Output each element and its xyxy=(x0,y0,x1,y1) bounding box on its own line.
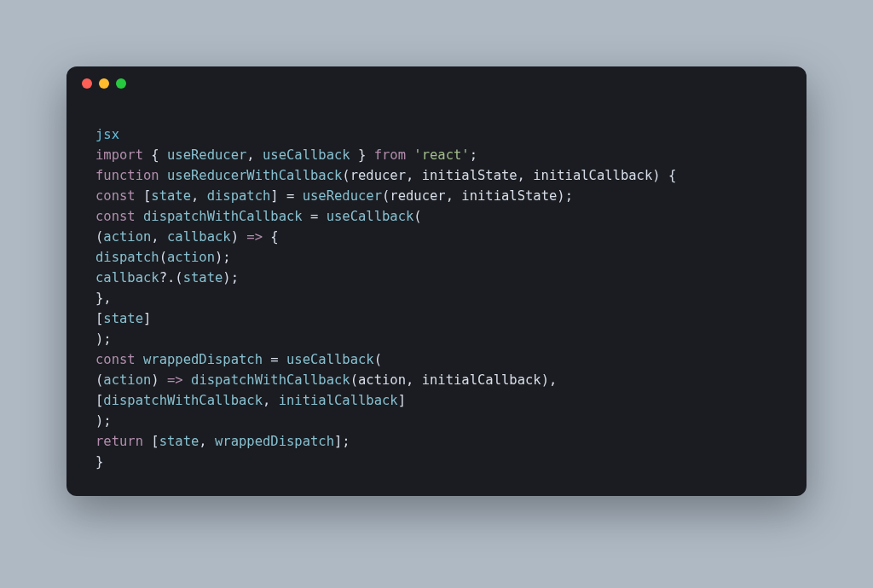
code-token xyxy=(183,372,191,388)
code-token: dispatchWithCallback xyxy=(103,393,263,408)
code-line: [state] xyxy=(95,308,778,329)
code-token: ; xyxy=(470,147,477,163)
code-token: ?. xyxy=(159,270,176,285)
code-token: ]; xyxy=(334,434,350,449)
code-line: callback?.(state); xyxy=(95,268,778,288)
code-line: return [state, wrappedDispatch]; xyxy=(95,431,778,452)
code-line: dispatch(action); xyxy=(95,247,778,268)
code-line: import { useReducer, useCallback } from … xyxy=(95,145,778,165)
code-token: , xyxy=(191,188,207,204)
code-token: useCallback xyxy=(327,209,414,224)
code-token: ; xyxy=(103,413,111,429)
code-token: ) xyxy=(95,331,103,347)
code-token: { xyxy=(661,168,677,183)
code-token: , xyxy=(263,393,279,408)
code-token: jsx xyxy=(95,127,119,142)
code-token: ; xyxy=(103,331,111,347)
code-token: , xyxy=(549,372,557,388)
code-token: import xyxy=(95,147,143,163)
code-token: [ xyxy=(136,188,152,204)
code-token: { xyxy=(263,229,279,245)
code-token: dispatchWithCallback xyxy=(191,372,350,388)
code-token: ( xyxy=(342,168,350,183)
code-token: ( xyxy=(374,352,382,367)
code-line: const wrappedDispatch = useCallback( xyxy=(95,349,778,370)
zoom-icon[interactable] xyxy=(116,78,126,89)
code-token xyxy=(136,209,143,224)
code-token: => xyxy=(246,229,263,245)
code-token: = xyxy=(303,209,327,224)
code-token: const xyxy=(95,209,136,224)
code-token: action xyxy=(103,372,151,388)
code-token: wrappedDispatch xyxy=(143,352,263,367)
code-token: useReducer xyxy=(167,147,246,163)
code-token: ) xyxy=(95,413,103,429)
code-token: return xyxy=(95,434,143,449)
code-token: , xyxy=(199,434,215,449)
code-token: => xyxy=(167,372,183,388)
code-token: ) xyxy=(231,229,239,245)
code-token xyxy=(136,352,143,367)
code-token: ; xyxy=(223,250,230,265)
code-token: wrappedDispatch xyxy=(215,434,334,449)
code-line: ); xyxy=(95,329,778,349)
code-token: ) xyxy=(223,270,230,285)
code-token: 'react' xyxy=(413,147,469,163)
minimize-icon[interactable] xyxy=(99,78,109,89)
code-token: [ xyxy=(95,311,103,326)
code-token: dispatchWithCallback xyxy=(143,209,303,224)
code-line: } xyxy=(95,452,778,472)
code-token: ) xyxy=(652,168,660,183)
code-line: function useReducerWithCallback(reducer,… xyxy=(95,165,778,186)
code-line: const dispatchWithCallback = useCallback… xyxy=(95,206,778,227)
close-icon[interactable] xyxy=(82,78,92,89)
code-token: from xyxy=(374,147,406,163)
code-token: action, initialCallback xyxy=(358,372,541,388)
window-titlebar xyxy=(66,66,807,101)
code-token: useCallback xyxy=(263,147,350,163)
code-token: { xyxy=(143,147,167,163)
code-window: jsximport { useReducer, useCallback } fr… xyxy=(66,66,807,496)
code-token: [ xyxy=(95,393,103,408)
code-token: }, xyxy=(95,291,112,306)
code-token: } xyxy=(350,147,374,163)
code-token: callback xyxy=(95,270,159,285)
code-content: jsximport { useReducer, useCallback } fr… xyxy=(66,101,807,496)
code-token: ( xyxy=(350,372,358,388)
code-token: ) xyxy=(215,250,223,265)
code-line: (action) => dispatchWithCallback(action,… xyxy=(95,370,778,390)
code-token: useReducerWithCallback xyxy=(167,168,342,183)
code-token: reducer, initialState, initialCallback xyxy=(350,168,653,183)
code-token: action xyxy=(167,250,215,265)
code-token: ) xyxy=(541,372,549,388)
code-token xyxy=(406,147,413,163)
code-token: ] xyxy=(143,311,151,326)
code-line: const [state, dispatch] = useReducer(red… xyxy=(95,186,778,206)
code-token: [ xyxy=(143,434,159,449)
code-token: , xyxy=(246,147,263,163)
code-token: = xyxy=(263,352,286,367)
code-token: state xyxy=(103,311,143,326)
code-token: ] xyxy=(398,393,406,408)
code-token: state xyxy=(151,188,191,204)
code-token: } xyxy=(95,454,103,470)
code-token: ; xyxy=(231,270,239,285)
code-token: reducer, initialState xyxy=(390,188,557,204)
code-token: ( xyxy=(95,372,103,388)
code-token: dispatch xyxy=(207,188,271,204)
code-token: ] = xyxy=(270,188,302,204)
code-token xyxy=(239,229,246,245)
code-token: ( xyxy=(382,188,390,204)
code-token: action xyxy=(103,229,151,245)
code-token: ( xyxy=(413,209,421,224)
code-token: ) xyxy=(151,372,159,388)
code-line: [dispatchWithCallback, initialCallback] xyxy=(95,390,778,411)
code-token: initialCallback xyxy=(279,393,398,408)
code-token xyxy=(159,168,167,183)
code-token: state xyxy=(183,270,223,285)
code-line: ); xyxy=(95,411,778,431)
code-line: (action, callback) => { xyxy=(95,227,778,247)
code-token: ) xyxy=(557,188,564,204)
code-token: const xyxy=(95,188,136,204)
code-token: const xyxy=(95,352,136,367)
